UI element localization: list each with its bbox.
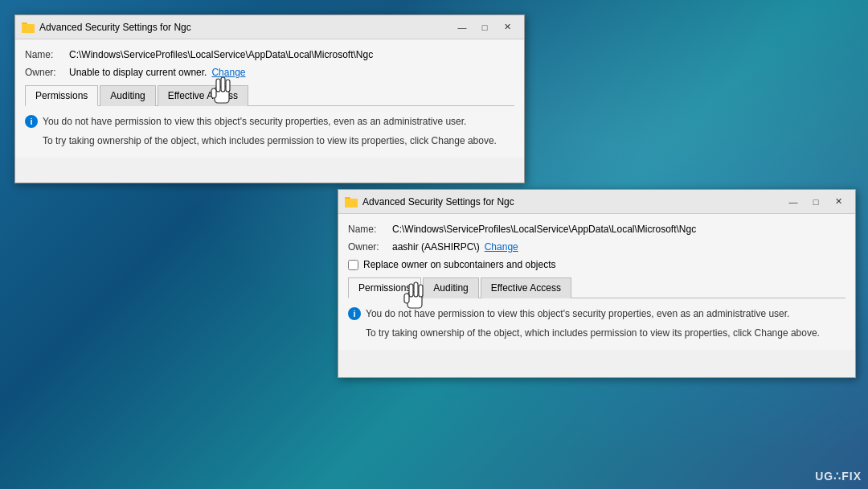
info-sub-text-2: To try taking ownership of the object, w…: [366, 327, 820, 339]
folder-icon-1: [22, 21, 35, 34]
window-1: Advanced Security Settings for Ngc — □ ✕…: [14, 14, 525, 183]
titlebar-2[interactable]: Advanced Security Settings for Ngc — □ ✕: [338, 190, 855, 214]
replace-owner-checkbox[interactable]: [348, 260, 358, 270]
info-icon-1: i: [25, 115, 38, 128]
owner-row-1: Owner: Unable to display current owner. …: [25, 67, 514, 78]
tab-auditing-2[interactable]: Auditing: [423, 277, 478, 298]
close-btn-2[interactable]: ✕: [828, 194, 849, 210]
tab-permissions-1[interactable]: Permissions: [25, 85, 98, 106]
watermark: UG∴FIX: [815, 470, 862, 483]
tab-auditing-1[interactable]: Auditing: [100, 85, 155, 106]
owner-label-1: Owner:: [25, 67, 69, 78]
window-controls-2[interactable]: — □ ✕: [783, 194, 849, 210]
maximize-btn-2[interactable]: □: [805, 194, 826, 210]
minimize-btn-1[interactable]: —: [452, 19, 473, 35]
info-main-text-1: You do not have permission to view this …: [43, 114, 466, 129]
name-label-1: Name:: [25, 49, 69, 60]
tab-effective-access-1[interactable]: Effective Access: [158, 85, 248, 106]
checkbox-row-2: Replace owner on subcontainers and objec…: [348, 259, 845, 270]
window-content-2: Name: C:\Windows\ServiceProfiles\LocalSe…: [338, 214, 855, 350]
owner-row-2: Owner: aashir (AASHIRPC\) Change: [348, 241, 845, 253]
info-icon-2: i: [348, 307, 361, 320]
info-box-1: i You do not have permission to view thi…: [25, 114, 514, 129]
name-value-1: C:\Windows\ServiceProfiles\LocalService\…: [69, 49, 373, 60]
tabs-bar-2: Permissions Auditing Effective Access: [348, 277, 845, 298]
info-sub-2: To try taking ownership of the object, w…: [348, 326, 845, 340]
window-2: Advanced Security Settings for Ngc — □ ✕…: [338, 189, 856, 378]
owner-value-1: Unable to display current owner.: [69, 67, 207, 78]
titlebar-1[interactable]: Advanced Security Settings for Ngc — □ ✕: [15, 15, 524, 39]
name-label-2: Name:: [348, 224, 392, 235]
name-row-2: Name: C:\Windows\ServiceProfiles\LocalSe…: [348, 224, 845, 235]
svg-rect-2: [22, 24, 35, 33]
maximize-btn-1[interactable]: □: [474, 19, 495, 35]
svg-rect-10: [345, 199, 358, 208]
tab-permissions-2[interactable]: Permissions: [348, 277, 421, 298]
close-btn-1[interactable]: ✕: [497, 19, 518, 35]
info-main-text-2: You do not have permission to view this …: [366, 306, 789, 321]
name-row-1: Name: C:\Windows\ServiceProfiles\LocalSe…: [25, 49, 514, 60]
checkbox-label-2: Replace owner on subcontainers and objec…: [363, 259, 555, 270]
tabs-bar-1: Permissions Auditing Effective Access: [25, 84, 514, 106]
info-box-2: i You do not have permission to view thi…: [348, 306, 845, 321]
window-content-1: Name: C:\Windows\ServiceProfiles\LocalSe…: [15, 39, 524, 158]
folder-icon-2: [345, 195, 358, 208]
owner-value-2: aashir (AASHIRPC\): [392, 241, 480, 253]
tab-effective-access-2[interactable]: Effective Access: [481, 277, 571, 298]
change-link-1[interactable]: Change: [211, 67, 245, 78]
window-title-1: Advanced Security Settings for Ngc: [39, 22, 452, 33]
info-sub-text-1: To try taking ownership of the object, w…: [43, 135, 497, 146]
window-controls-1[interactable]: — □ ✕: [452, 19, 518, 35]
minimize-btn-2[interactable]: —: [783, 194, 804, 210]
info-sub-1: To try taking ownership of the object, w…: [25, 134, 514, 148]
window-title-2: Advanced Security Settings for Ngc: [362, 196, 783, 208]
owner-label-2: Owner:: [348, 241, 392, 253]
name-value-2: C:\Windows\ServiceProfiles\LocalService\…: [392, 224, 696, 235]
change-link-2[interactable]: Change: [485, 241, 518, 253]
